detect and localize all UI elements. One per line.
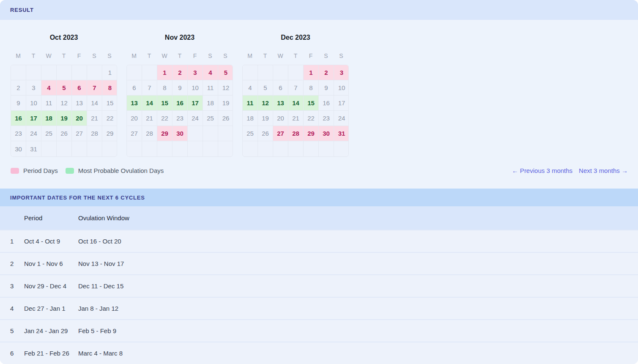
day-cell: 20 [273, 111, 288, 126]
day-cell: 6 [127, 80, 142, 96]
empty-day-cell [319, 141, 334, 156]
month-title: Oct 2023 [11, 34, 117, 42]
empty-day-cell [273, 65, 288, 80]
calendar-legend: Period DaysMost Probable Ovulation Days [11, 167, 164, 174]
cycle-period: Jan 24 - Jan 29 [24, 327, 78, 334]
day-cell: 19 [258, 111, 273, 126]
cycle-row: 1Oct 4 - Oct 9Oct 16 - Oct 20 [0, 230, 638, 252]
important-dates-section-header: IMPORTANT DATES FOR THE NEXT 6 CYCLES [0, 189, 638, 206]
cycle-index: 5 [10, 327, 24, 334]
cycle-index: 4 [10, 305, 24, 312]
empty-day-cell [87, 65, 102, 80]
weekday-label: F [187, 52, 203, 60]
empty-day-cell [218, 141, 233, 156]
day-cell: 8 [304, 80, 319, 96]
next-3-months-link[interactable]: Next 3 months → [579, 167, 628, 174]
weekday-label: W [41, 52, 56, 60]
weekday-label: S [102, 52, 117, 60]
day-cell: 25 [203, 111, 218, 126]
calendar-pagination: ← Previous 3 months Next 3 months → [512, 167, 628, 174]
day-cell: 25 [41, 126, 57, 141]
empty-day-cell [243, 65, 258, 80]
ovulation-day-cell: 15 [304, 96, 319, 111]
previous-3-months-link[interactable]: ← Previous 3 months [512, 167, 572, 174]
day-cell: 5 [258, 80, 273, 96]
weekday-header-row: MTWTFSS [126, 52, 233, 60]
weekday-label: T [257, 52, 273, 60]
period-day-cell: 8 [102, 80, 117, 96]
empty-day-cell [57, 141, 72, 156]
day-cell: 14 [87, 96, 102, 111]
day-cell: 20 [127, 111, 142, 126]
day-cell: 12 [57, 96, 72, 111]
period-day-cell: 1 [157, 65, 173, 80]
empty-day-cell [288, 65, 304, 80]
ovulation-day-cell: 20 [72, 111, 87, 126]
day-cell: 15 [102, 96, 117, 111]
ovulation-day-cell: 16 [11, 111, 26, 126]
cycle-ovulation: Jan 8 - Jan 12 [78, 305, 118, 312]
table-body: 1Oct 4 - Oct 9Oct 16 - Oct 202Nov 1 - No… [0, 230, 638, 364]
cycle-period: Nov 1 - Nov 6 [24, 260, 78, 267]
period-day-cell: 5 [57, 80, 72, 96]
empty-day-cell [57, 65, 72, 80]
cycle-ovulation: Feb 5 - Feb 9 [78, 327, 116, 334]
empty-day-cell [188, 126, 203, 141]
weekday-header-row: MTWTFSS [11, 52, 117, 60]
month-title: Nov 2023 [126, 34, 233, 42]
period-color-swatch [11, 168, 19, 174]
period-day-cell: 29 [157, 126, 173, 141]
period-column-header: Period [24, 214, 78, 222]
day-cell: 21 [87, 111, 102, 126]
period-day-cell: 2 [319, 65, 334, 80]
ovulation-day-cell: 16 [173, 96, 188, 111]
empty-day-cell [142, 65, 157, 80]
day-cell: 7 [288, 80, 304, 96]
weekday-label: M [11, 52, 26, 60]
month-title: Dec 2023 [242, 34, 349, 42]
ovulation-color-swatch [66, 168, 74, 174]
month-grid: 1234567891011121314151617181920212223242… [126, 65, 233, 157]
empty-day-cell [102, 141, 117, 156]
day-cell: 10 [334, 80, 349, 96]
weekday-label: M [242, 52, 257, 60]
period-day-cell: 28 [288, 126, 304, 141]
empty-day-cell [157, 141, 173, 156]
day-cell: 30 [11, 141, 26, 156]
legend-and-nav-row: Period DaysMost Probable Ovulation Days … [0, 167, 638, 174]
result-section-header: RESULT [0, 0, 638, 20]
ovulation-day-cell: 11 [243, 96, 258, 111]
day-cell: 9 [11, 96, 26, 111]
empty-day-cell [72, 141, 87, 156]
empty-day-cell [258, 65, 273, 80]
cycle-index: 6 [10, 350, 24, 357]
legend-label: Most Probable Ovulation Days [78, 167, 164, 174]
table-header-row: Period Ovulation Window [0, 206, 638, 230]
empty-day-cell [127, 141, 142, 156]
period-calculator-result-page: RESULT Oct 2023MTWTFSS123456789101112131… [0, 0, 638, 364]
weekday-label: F [303, 52, 318, 60]
day-cell: 2 [11, 80, 26, 96]
day-cell: 21 [288, 111, 304, 126]
day-cell: 24 [26, 126, 41, 141]
period-day-cell: 30 [173, 126, 188, 141]
day-cell: 18 [203, 96, 218, 111]
ovulation-day-cell: 12 [258, 96, 273, 111]
legend-item-ovulation: Most Probable Ovulation Days [66, 167, 164, 174]
weekday-label: T [288, 52, 303, 60]
day-cell: 8 [157, 80, 173, 96]
important-dates-title: IMPORTANT DATES FOR THE NEXT 6 CYCLES [10, 194, 145, 201]
empty-day-cell [41, 65, 57, 80]
ovulation-day-cell: 18 [41, 111, 57, 126]
month-calendar-dec-2023: Dec 2023MTWTFSS1234567891011121314151617… [242, 34, 349, 157]
weekday-label: T [26, 52, 41, 60]
ovulation-day-cell: 13 [127, 96, 142, 111]
period-day-cell: 3 [334, 65, 349, 80]
day-cell: 13 [72, 96, 87, 111]
empty-day-cell [173, 141, 188, 156]
cycle-period: Oct 4 - Oct 9 [24, 238, 78, 245]
weekday-label: S [334, 52, 349, 60]
period-day-cell: 7 [87, 80, 102, 96]
day-cell: 23 [173, 111, 188, 126]
cycle-row: 3Nov 29 - Dec 4Dec 11 - Dec 15 [0, 274, 638, 297]
